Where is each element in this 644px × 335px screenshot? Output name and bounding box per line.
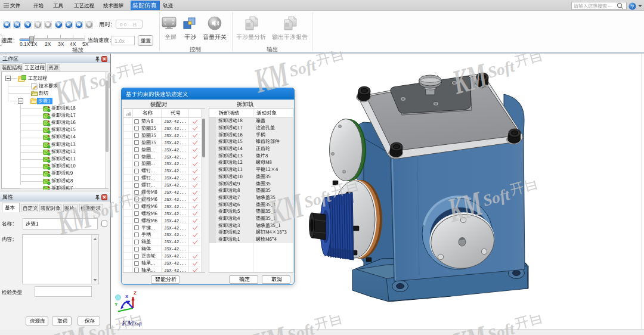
svg-text:Soft: Soft — [286, 320, 317, 335]
svg-text:KM: KM — [267, 185, 308, 232]
svg-text:KM: KM — [52, 67, 94, 113]
svg-text:Soft: Soft — [86, 320, 118, 335]
svg-text:Soft: Soft — [88, 69, 119, 93]
svg-text:Soft: Soft — [481, 185, 513, 210]
svg-text:X: X — [125, 294, 129, 299]
svg-text:KM: KM — [55, 196, 96, 243]
svg-text:KM: KM — [451, 55, 492, 102]
svg-text:?: ? — [631, 4, 634, 10]
svg-text:Soft: Soft — [287, 56, 319, 80]
svg-text:Soft: Soft — [90, 198, 122, 222]
svg-text:Y: Y — [114, 302, 118, 307]
svg-text:Soft: Soft — [302, 187, 334, 212]
svg-text:KM: KM — [252, 54, 293, 101]
svg-text:Soft: Soft — [486, 320, 518, 335]
svg-text:Z: Z — [134, 290, 137, 296]
svg-text:Soft: Soft — [486, 57, 518, 82]
svg-text:KM: KM — [446, 184, 487, 230]
